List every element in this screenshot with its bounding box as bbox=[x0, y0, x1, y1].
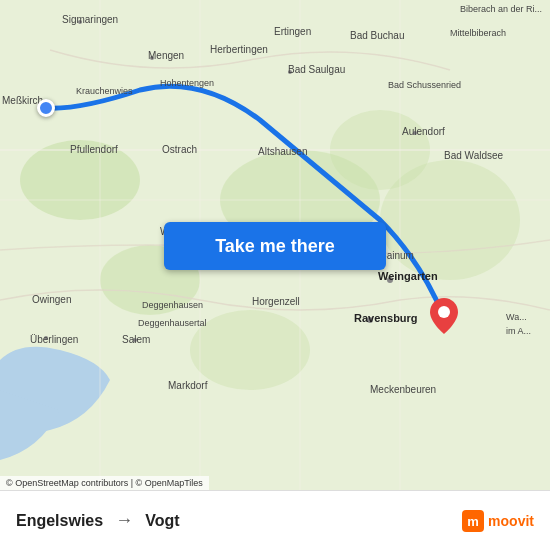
svg-point-15 bbox=[288, 70, 292, 74]
svg-point-1 bbox=[20, 140, 140, 220]
svg-point-20 bbox=[133, 338, 137, 342]
destination-marker bbox=[430, 298, 458, 338]
svg-point-14 bbox=[150, 56, 154, 60]
map-attribution: © OpenStreetMap contributors | © OpenMap… bbox=[0, 476, 209, 490]
bottom-bar: Engelswies → Vogt m moovit bbox=[0, 490, 550, 550]
svg-point-19 bbox=[44, 336, 48, 340]
moovit-logo: m moovit bbox=[462, 510, 534, 532]
moovit-icon: m bbox=[462, 510, 484, 532]
svg-point-18 bbox=[367, 317, 373, 323]
moovit-text: moovit bbox=[488, 513, 534, 529]
svg-point-17 bbox=[387, 277, 393, 283]
route-arrow-icon: → bbox=[115, 510, 133, 531]
svg-point-21 bbox=[438, 306, 450, 318]
route-destination: Vogt bbox=[145, 512, 179, 530]
take-me-there-button[interactable]: Take me there bbox=[164, 222, 386, 270]
origin-marker bbox=[37, 99, 55, 117]
route-origin: Engelswies bbox=[16, 512, 103, 530]
svg-point-5 bbox=[190, 310, 310, 390]
svg-point-13 bbox=[78, 20, 82, 24]
svg-text:m: m bbox=[467, 514, 479, 529]
map-container: Sigmaringen Mengen Herbertingen Ertingen… bbox=[0, 0, 550, 490]
svg-point-16 bbox=[413, 131, 417, 135]
